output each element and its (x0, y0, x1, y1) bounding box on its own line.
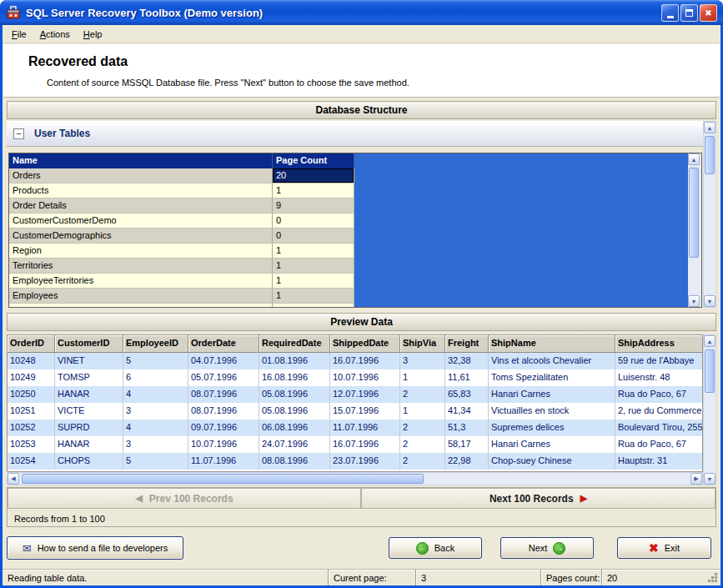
column-header-name[interactable]: Name (9, 153, 273, 168)
preview-cell: 15.07.1996 (330, 403, 400, 420)
menu-help[interactable]: Help (77, 27, 109, 42)
user-tables-grid-scrollbar[interactable]: ▲ ▼ (688, 153, 701, 307)
page-count-cell[interactable]: 20 (273, 168, 354, 183)
preview-row[interactable]: 10254CHOPS511.07.199608.08.199623.07.199… (8, 453, 702, 470)
preview-cell: Hanari Carnes (489, 386, 615, 403)
preview-row[interactable]: 10251VICTE308.07.199605.08.199615.07.199… (8, 403, 702, 420)
page-count-cell[interactable]: 1 (273, 304, 354, 308)
user-table-row[interactable]: CustomerDemographics0 (9, 229, 354, 244)
scroll-right-icon[interactable]: ▶ (690, 473, 702, 485)
page-count-cell[interactable]: 1 (273, 183, 354, 199)
preview-row[interactable]: 10248VINET504.07.199601.08.199616.07.199… (8, 353, 702, 369)
how-to-send-file-button[interactable]: ✉ How to send a file to developers (7, 536, 183, 560)
wizard-header: Recovered data Content of source MSSQL D… (3, 44, 720, 98)
menu-file[interactable]: File (5, 27, 33, 42)
page-count-cell[interactable]: 1 (273, 274, 354, 289)
exit-button[interactable]: ✖ Exit (617, 537, 711, 559)
maximize-button[interactable] (680, 4, 698, 22)
preview-cell: 09.07.1996 (188, 420, 259, 436)
preview-cell: 16.07.1996 (330, 353, 400, 369)
preview-cell: CHOPS (55, 453, 123, 470)
page-count-cell[interactable]: 1 (273, 259, 354, 274)
table-name-cell[interactable]: Employees (9, 289, 273, 304)
preview-cell: 10.07.1996 (330, 369, 400, 386)
user-table-row[interactable]: Territories1 (9, 259, 354, 274)
prev-100-records-button[interactable]: ◀ Prev 100 Records (8, 488, 361, 509)
scroll-down-icon[interactable]: ▼ (704, 295, 715, 307)
minimize-button[interactable] (661, 4, 679, 22)
preview-column-header[interactable]: CustomerID (55, 335, 123, 353)
scroll-up-icon[interactable]: ▲ (704, 122, 715, 133)
preview-cell: 10252 (8, 420, 55, 436)
close-button[interactable]: ✖ (700, 4, 717, 22)
page-count-cell[interactable]: 1 (273, 244, 354, 259)
table-name-cell[interactable]: CustomerDemographics (9, 229, 273, 244)
how-to-send-file-label: How to send a file to developers (38, 543, 168, 553)
preview-rows: 10248VINET504.07.199601.08.199616.07.199… (8, 353, 702, 470)
scrollbar-thumb[interactable] (689, 168, 699, 258)
user-table-row[interactable]: EmployeeTerritories1 (9, 274, 354, 289)
preview-column-header[interactable]: Freight (445, 335, 489, 353)
next-arrow-icon: ▶ (580, 493, 587, 504)
preview-cell: 2 (400, 453, 445, 470)
table-name-cell[interactable]: EmployeeTerritories (9, 274, 273, 289)
table-name-cell[interactable]: CustomerCustomerDemo (9, 214, 273, 229)
scrollbar-thumb[interactable] (22, 474, 424, 484)
scrollbar-thumb[interactable] (705, 136, 715, 174)
preview-cell: 16.07.1996 (330, 436, 400, 453)
preview-column-header[interactable]: ShipName (489, 335, 615, 353)
preview-column-header[interactable]: ShipVia (400, 335, 445, 353)
preview-cell: 65,83 (445, 386, 489, 403)
preview-column-header[interactable]: OrderDate (188, 335, 259, 353)
resize-grip[interactable] (715, 580, 717, 582)
next-button[interactable]: Next → (500, 537, 594, 559)
user-table-row[interactable]: Employees1 (9, 289, 354, 304)
scroll-down-icon[interactable]: ▼ (688, 295, 700, 307)
preview-row[interactable]: 10252SUPRD409.07.199606.08.199611.07.199… (8, 420, 702, 436)
preview-cell: 2, rue du Commerce (615, 403, 703, 420)
user-table-row[interactable]: Order Details9 (9, 199, 354, 214)
page-count-cell[interactable]: 1 (273, 289, 354, 304)
preview-column-header[interactable]: RequiredDate (259, 335, 330, 353)
table-name-cell[interactable]: Categories (9, 304, 273, 308)
user-tables-grid: Name Page Count Orders20Products1Order D… (8, 153, 702, 308)
user-tables-table: Name Page Count Orders20Products1Order D… (9, 153, 354, 308)
table-name-cell[interactable]: Products (9, 183, 273, 199)
user-table-row[interactable]: Orders20 (9, 168, 354, 183)
preview-column-header[interactable]: ShippedDate (330, 335, 400, 353)
page-count-cell[interactable]: 0 (273, 229, 354, 244)
preview-row[interactable]: 10253HANAR310.07.199624.07.199616.07.199… (8, 436, 702, 453)
preview-column-header[interactable]: EmployeeID (123, 335, 188, 353)
page-count-cell[interactable]: 0 (273, 214, 354, 229)
scroll-down-icon[interactable]: ▼ (704, 473, 715, 485)
table-name-cell[interactable]: Territories (9, 259, 273, 274)
user-tables-panel-scrollbar[interactable]: ▲ ▼ (703, 121, 716, 308)
preview-row[interactable]: 10250HANAR408.07.199605.08.199612.07.199… (8, 386, 702, 403)
user-table-row[interactable]: Categories1 (9, 304, 354, 308)
table-name-cell[interactable]: Orders (9, 168, 273, 183)
menu-actions[interactable]: Actions (33, 27, 77, 42)
collapse-button[interactable]: − (13, 128, 24, 139)
column-header-page-count[interactable]: Page Count (273, 153, 354, 168)
next-100-records-button[interactable]: Next 100 Records ▶ (361, 488, 715, 509)
back-button[interactable]: ← Back (389, 537, 482, 559)
user-table-row[interactable]: Products1 (9, 183, 354, 199)
user-table-row[interactable]: Region1 (9, 244, 354, 259)
scroll-up-icon[interactable]: ▲ (704, 335, 715, 347)
scroll-left-icon[interactable]: ◀ (8, 473, 19, 485)
preview-column-header[interactable]: OrderID (8, 335, 55, 353)
preview-row[interactable]: 10249TOMSP605.07.199616.08.199610.07.199… (8, 369, 702, 386)
titlebar[interactable]: SQL Server Recovery Toolbox (Demo versio… (0, 0, 723, 25)
table-name-cell[interactable]: Region (9, 244, 273, 259)
page-subtitle: Content of source MSSQL Database file. P… (47, 78, 409, 88)
preview-horizontal-scrollbar[interactable]: ◀ ▶ (7, 472, 703, 485)
table-name-cell[interactable]: Order Details (9, 199, 273, 214)
preview-vertical-scrollbar[interactable]: ▲ ▼ (703, 334, 716, 485)
preview-column-header[interactable]: ShipAddress (615, 335, 703, 353)
user-table-row[interactable]: CustomerCustomerDemo0 (9, 214, 354, 229)
scroll-up-icon[interactable]: ▲ (688, 153, 700, 165)
preview-cell: 12.07.1996 (330, 386, 400, 403)
page-count-cell[interactable]: 9 (273, 199, 354, 214)
preview-cell: 4 (123, 420, 188, 436)
scrollbar-thumb[interactable] (705, 349, 715, 393)
